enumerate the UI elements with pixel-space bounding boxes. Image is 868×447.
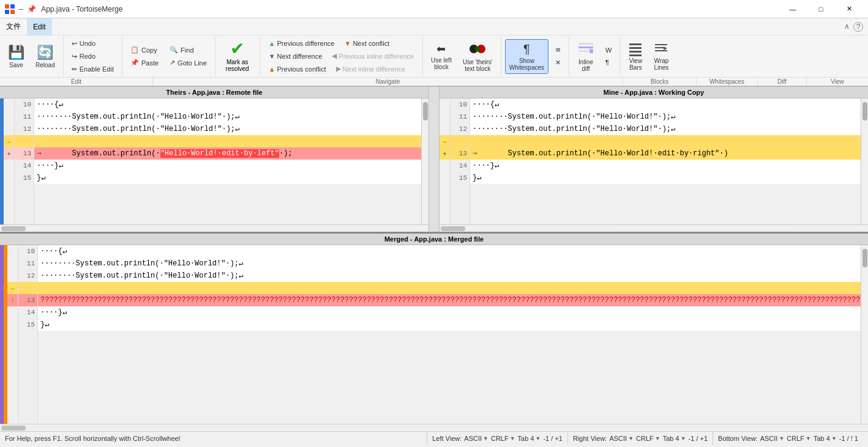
right-hscroll[interactable] bbox=[440, 224, 868, 232]
enable-edit-icon: ✏ bbox=[72, 65, 77, 73]
bottom-vscroll[interactable] bbox=[861, 245, 868, 424]
mark-resolved-button[interactable]: ✔ Mark as resolved bbox=[219, 37, 256, 75]
prev-diff-button[interactable]: ▲ Previous difference bbox=[265, 38, 339, 49]
paste-button[interactable]: 📌 Paste bbox=[126, 57, 163, 68]
view-bars-button[interactable]: View Bars bbox=[624, 39, 647, 74]
use-left-block-button[interactable]: ⬅ Use left block bbox=[427, 39, 456, 73]
right-tab-dropdown[interactable]: Tab 4 ▼ bbox=[663, 435, 686, 442]
bottom-marker-col: – ! bbox=[7, 245, 18, 424]
section-label-blocks: Blocks bbox=[623, 78, 697, 86]
statusbar-left-view: Left View: ASCII ▼ CRLF ▼ Tab 4 ▼ -1 / +… bbox=[427, 432, 567, 445]
goto-line-button[interactable]: ↗ Goto Line bbox=[165, 57, 211, 68]
left-vscroll[interactable] bbox=[421, 98, 428, 224]
title-text: App.java - TortoiseMerge bbox=[41, 5, 779, 13]
bottom-line-numbers: 10 11 12 13 14 15 bbox=[18, 245, 38, 424]
goto-icon: ↗ bbox=[170, 59, 175, 67]
inline-diff-icon bbox=[577, 40, 594, 57]
section-label-diff: Diff bbox=[758, 78, 807, 86]
copy-button[interactable]: 📋 Copy bbox=[126, 44, 163, 56]
svg-rect-1 bbox=[10, 4, 15, 9]
left-pane-header: Theirs - App.java : Remote file bbox=[0, 87, 428, 98]
svg-rect-9 bbox=[578, 50, 588, 52]
whitespace-opt1-icon: ≅ bbox=[555, 46, 561, 54]
menu-file[interactable]: 文件 bbox=[0, 18, 27, 35]
left-code-area[interactable]: ····{↵ ········System.out.println(·"Hell… bbox=[34, 98, 421, 224]
inline-diff-button[interactable]: Inline diff bbox=[573, 37, 599, 75]
section-label-whitespace: Whitespaces bbox=[697, 78, 758, 86]
bottom-tab-dropdown[interactable]: Tab 4 ▼ bbox=[814, 435, 837, 442]
next-conflict-button[interactable]: ▼ Next conflict bbox=[340, 38, 393, 49]
bottom-code-area[interactable]: ····{↵ ········System.out.println(·"Hell… bbox=[38, 245, 861, 424]
right-eol-dropdown[interactable]: CRLF ▼ bbox=[636, 435, 660, 442]
statusbar-bottom-view: Bottom View: ASCII ▼ CRLF ▼ Tab 4 ▼ -1 /… bbox=[713, 432, 863, 445]
statusbar: For Help, press F1. Scroll horizontally … bbox=[0, 431, 868, 445]
right-line-numbers: 10 11 12 13 14 15 bbox=[451, 98, 470, 224]
titlebar-minus: − bbox=[18, 4, 23, 14]
use-theirs-button[interactable]: Use 'theirs' text block bbox=[458, 37, 497, 75]
view-bars-icon bbox=[628, 42, 643, 56]
svg-rect-7 bbox=[578, 43, 593, 45]
svg-rect-15 bbox=[655, 44, 667, 45]
next-inline-diff-button[interactable]: ▶ Next inline difference bbox=[332, 63, 410, 75]
diff-opt2-button[interactable]: ¶ bbox=[601, 57, 616, 68]
redo-button[interactable]: ↪ Redo bbox=[67, 51, 118, 62]
diff-opt1-button[interactable]: W bbox=[601, 45, 616, 56]
save-button[interactable]: 💾 Save bbox=[4, 42, 29, 72]
svg-rect-16 bbox=[655, 47, 664, 48]
right-marker-col: – + bbox=[440, 98, 451, 224]
whitespace-opt1-button[interactable]: ≅ bbox=[551, 44, 565, 56]
titlebar: − 📌 App.java - TortoiseMerge — □ ✕ bbox=[0, 0, 868, 18]
right-tab-arrow: ▼ bbox=[681, 435, 686, 441]
prev-inline-diff-button[interactable]: ◀ Previous inline difference bbox=[328, 50, 417, 62]
next-diff-icon: ▼ bbox=[269, 53, 275, 60]
bottom-enc-arrow: ▼ bbox=[779, 435, 784, 441]
left-hscroll[interactable] bbox=[0, 224, 428, 232]
close-button[interactable]: ✕ bbox=[835, 0, 863, 18]
right-encoding-dropdown[interactable]: ASCII ▼ bbox=[609, 435, 634, 442]
svg-point-6 bbox=[475, 46, 480, 51]
bottom-encoding-dropdown[interactable]: ASCII ▼ bbox=[760, 435, 785, 442]
expand-icon[interactable]: ∧ bbox=[844, 22, 850, 32]
svg-rect-11 bbox=[629, 43, 642, 45]
left-eol-dropdown[interactable]: CRLF ▼ bbox=[491, 435, 515, 442]
undo-icon: ↩ bbox=[72, 40, 77, 48]
minimize-button[interactable]: — bbox=[779, 0, 807, 18]
svg-rect-2 bbox=[5, 10, 9, 14]
bottom-hscroll[interactable] bbox=[0, 424, 868, 431]
whitespace-opt2-icon: ✕ bbox=[555, 59, 561, 67]
find-button[interactable]: 🔍 Find bbox=[165, 44, 211, 56]
statusbar-right-view: Right View: ASCII ▼ CRLF ▼ Tab 4 ▼ -1 / … bbox=[567, 432, 713, 445]
prev-conflict-button[interactable]: ▲ Previous conflict bbox=[265, 63, 330, 75]
whitespace-opt2-button[interactable]: ✕ bbox=[551, 57, 565, 68]
wrap-lines-button[interactable]: Wrap Lines bbox=[649, 39, 673, 74]
menubar: 文件 Edit ∧ ? bbox=[0, 18, 868, 35]
left-encoding-dropdown[interactable]: ASCII ▼ bbox=[464, 435, 488, 442]
next-diff-button[interactable]: ▼ Next difference bbox=[265, 50, 326, 62]
left-tab-dropdown[interactable]: Tab 4 ▼ bbox=[518, 435, 541, 442]
left-eol-arrow: ▼ bbox=[510, 435, 515, 441]
use-left-icon: ⬅ bbox=[436, 42, 446, 56]
right-vscroll[interactable] bbox=[861, 98, 868, 224]
undo-button[interactable]: ↩ Undo bbox=[67, 38, 118, 50]
show-whitespace-button[interactable]: ¶ Show Whitespaces bbox=[505, 39, 548, 74]
diff-opt1-icon: W bbox=[605, 46, 612, 54]
titlebar-pin: 📌 bbox=[27, 5, 36, 13]
reload-icon: 🔄 bbox=[37, 45, 53, 61]
enable-edit-button[interactable]: ✏ Enable Edit bbox=[67, 64, 118, 75]
reload-button[interactable]: 🔄 Reload bbox=[31, 42, 59, 72]
maximize-button[interactable]: □ bbox=[807, 0, 835, 18]
menu-edit[interactable]: Edit bbox=[27, 18, 52, 35]
svg-rect-14 bbox=[629, 54, 642, 56]
help-icon[interactable]: ? bbox=[853, 22, 863, 32]
right-code-area[interactable]: ····{↵ ········System.out.println(·"Hell… bbox=[470, 98, 861, 224]
right-pane: Mine - App.java : Working Copy – + 10 11… bbox=[440, 87, 868, 232]
right-enc-arrow: ▼ bbox=[628, 435, 634, 441]
bottom-eol-dropdown[interactable]: CRLF ▼ bbox=[787, 435, 811, 442]
use-theirs-icon bbox=[469, 40, 486, 57]
prev-inline-icon: ◀ bbox=[332, 52, 337, 60]
app-icon bbox=[5, 4, 15, 14]
find-icon: 🔍 bbox=[170, 46, 178, 54]
bottom-tab-arrow: ▼ bbox=[831, 435, 837, 441]
toolbar-clipboard-section: 📋 Copy 📌 Paste 🔍 Find ↗ Goto Line bbox=[122, 37, 215, 76]
toolbar-file-section: 💾 Save 🔄 Reload bbox=[0, 37, 64, 76]
